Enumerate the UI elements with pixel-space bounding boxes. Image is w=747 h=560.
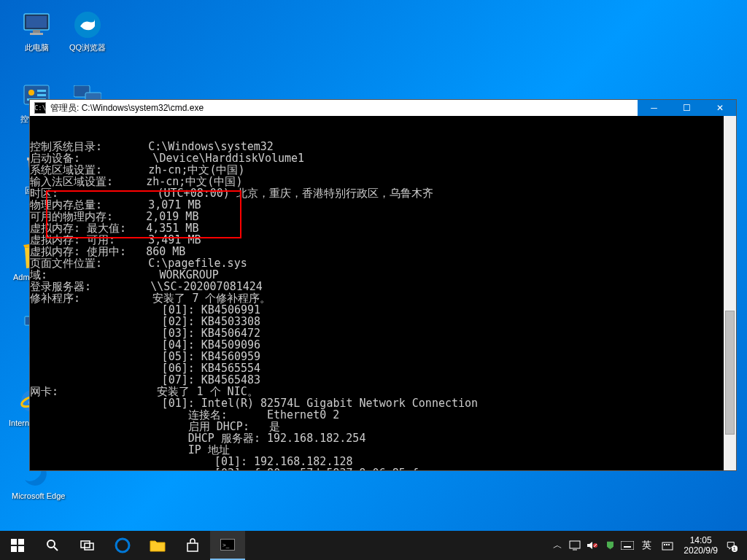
cmd-window: C:\ 管理员: C:\Windows\system32\cmd.exe ─ ☐… [29, 99, 737, 471]
search-icon [46, 539, 59, 552]
keyboard-tray-icon[interactable] [620, 538, 635, 553]
svg-rect-35 [621, 541, 634, 550]
security-tray-icon[interactable]: ⛊ [603, 538, 617, 553]
svg-rect-29 [85, 543, 93, 550]
svg-rect-24 [11, 546, 17, 552]
titlebar[interactable]: C:\ 管理员: C:\Windows\system32\cmd.exe ─ ☐… [30, 100, 736, 116]
edge-taskbar-button[interactable] [105, 531, 140, 560]
svg-point-6 [28, 90, 34, 96]
close-button[interactable]: ✕ [703, 100, 736, 116]
scrollbar-thumb[interactable] [725, 311, 735, 435]
desktop-icon-this-pc[interactable]: 此电脑 [13, 10, 60, 53]
start-button[interactable] [0, 531, 35, 560]
this-pc-icon [22, 10, 51, 39]
svg-rect-1 [26, 16, 47, 28]
svg-point-30 [116, 539, 129, 552]
notifications-icon[interactable]: 1 [727, 538, 741, 553]
network-tray-icon[interactable] [568, 538, 582, 553]
taskbar: >_ ︿ ⛊ 英 14:05 2020/9/9 1 [0, 531, 747, 560]
tray-chevron-icon[interactable]: ︿ [550, 538, 565, 553]
clock-date: 2020/9/9 [684, 545, 718, 556]
ime-indicator[interactable]: 英 [638, 539, 657, 552]
svg-rect-28 [81, 541, 90, 548]
system-tray: ︿ ⛊ 英 14:05 2020/9/9 1 [544, 535, 747, 556]
ime-mode-icon[interactable] [660, 538, 675, 553]
svg-rect-8 [37, 94, 46, 96]
taskview-button[interactable] [70, 531, 105, 560]
svg-rect-2 [33, 30, 40, 33]
svg-rect-25 [18, 546, 24, 552]
folder-icon [150, 539, 166, 552]
cmd-output[interactable]: 控制系统目录: C:\Windows\system32 启动设备: \Devic… [30, 116, 736, 470]
svg-rect-42 [666, 544, 667, 545]
icon-label: 此电脑 [13, 42, 60, 53]
windows-icon [11, 539, 24, 552]
search-button[interactable] [35, 531, 70, 560]
icon-label: Microsoft Edge [12, 491, 58, 500]
clock[interactable]: 14:05 2020/9/9 [678, 535, 724, 556]
svg-rect-40 [662, 542, 673, 550]
taskview-icon [80, 540, 95, 551]
svg-rect-43 [668, 544, 670, 545]
svg-rect-41 [664, 544, 665, 545]
window-title: 管理员: C:\Windows\system32\cmd.exe [50, 102, 638, 114]
icon-label: QQ浏览器 [64, 42, 111, 53]
svg-line-27 [54, 547, 58, 551]
cmd-taskbar-button[interactable]: >_ [210, 531, 245, 560]
volume-tray-icon[interactable] [585, 538, 600, 553]
desktop-icon-qq-browser[interactable]: QQ浏览器 [64, 10, 111, 53]
scrollbar[interactable] [724, 116, 736, 470]
cmd-icon: C:\ [34, 102, 46, 114]
minimize-button[interactable]: ─ [638, 100, 670, 116]
explorer-taskbar-button[interactable] [140, 531, 175, 560]
svg-rect-3 [30, 33, 43, 35]
cmd-text: 控制系统目录: C:\Windows\system32 启动设备: \Devic… [30, 141, 736, 470]
svg-rect-23 [18, 539, 24, 545]
store-icon [185, 538, 200, 553]
store-taskbar-button[interactable] [175, 531, 210, 560]
cmd-taskbar-icon: >_ [220, 539, 235, 551]
clock-time: 14:05 [684, 535, 718, 545]
svg-point-26 [47, 540, 55, 548]
svg-rect-22 [11, 539, 17, 545]
maximize-button[interactable]: ☐ [670, 100, 703, 116]
svg-rect-31 [570, 541, 580, 548]
qq-browser-icon [73, 10, 102, 39]
svg-rect-7 [37, 90, 46, 92]
edge-icon [115, 537, 131, 553]
